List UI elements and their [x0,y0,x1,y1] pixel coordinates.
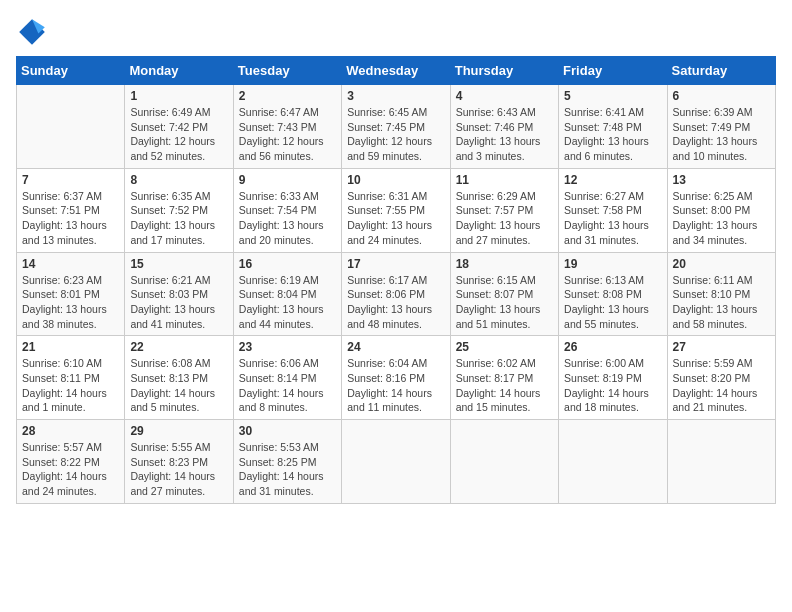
cell-line: Sunrise: 6:27 AM [564,189,661,204]
cell-line: Daylight: 14 hours [130,386,227,401]
cell-line: and 13 minutes. [22,233,119,248]
cell-line: Sunrise: 6:21 AM [130,273,227,288]
cell-line: Sunrise: 6:04 AM [347,356,444,371]
cell-line: Daylight: 13 hours [564,218,661,233]
header-day-friday: Friday [559,57,667,85]
day-number: 11 [456,173,553,187]
day-number: 10 [347,173,444,187]
cell-line: Sunset: 8:07 PM [456,287,553,302]
cell-line: Sunrise: 6:23 AM [22,273,119,288]
day-number: 8 [130,173,227,187]
day-number: 15 [130,257,227,271]
cell-line: Sunrise: 5:55 AM [130,440,227,455]
cell-line: Sunrise: 6:02 AM [456,356,553,371]
cell-line: Sunset: 7:46 PM [456,120,553,135]
cell-line: Sunrise: 6:15 AM [456,273,553,288]
cell-line: Sunrise: 6:31 AM [347,189,444,204]
cell-line: Sunrise: 6:17 AM [347,273,444,288]
week-row-1: 1Sunrise: 6:49 AMSunset: 7:42 PMDaylight… [17,85,776,169]
cell-line: Sunrise: 6:47 AM [239,105,336,120]
calendar-cell: 16Sunrise: 6:19 AMSunset: 8:04 PMDayligh… [233,252,341,336]
day-number: 3 [347,89,444,103]
cell-line: Sunrise: 6:11 AM [673,273,770,288]
calendar-cell: 11Sunrise: 6:29 AMSunset: 7:57 PMDayligh… [450,168,558,252]
cell-line: Daylight: 14 hours [239,386,336,401]
calendar-cell [559,420,667,504]
calendar-table: SundayMondayTuesdayWednesdayThursdayFrid… [16,56,776,504]
calendar-cell: 3Sunrise: 6:45 AMSunset: 7:45 PMDaylight… [342,85,450,169]
cell-line: Sunrise: 6:10 AM [22,356,119,371]
calendar-cell: 4Sunrise: 6:43 AMSunset: 7:46 PMDaylight… [450,85,558,169]
week-row-4: 21Sunrise: 6:10 AMSunset: 8:11 PMDayligh… [17,336,776,420]
cell-line: Daylight: 13 hours [22,218,119,233]
cell-line: Daylight: 14 hours [239,469,336,484]
cell-line: Sunset: 7:58 PM [564,203,661,218]
cell-line: Sunrise: 6:37 AM [22,189,119,204]
cell-line: Sunrise: 6:45 AM [347,105,444,120]
cell-line: Daylight: 14 hours [22,386,119,401]
calendar-cell: 17Sunrise: 6:17 AMSunset: 8:06 PMDayligh… [342,252,450,336]
day-number: 14 [22,257,119,271]
cell-line: and 58 minutes. [673,317,770,332]
week-row-3: 14Sunrise: 6:23 AMSunset: 8:01 PMDayligh… [17,252,776,336]
cell-line: Daylight: 13 hours [347,218,444,233]
day-number: 2 [239,89,336,103]
calendar-cell [342,420,450,504]
cell-line: Sunset: 8:25 PM [239,455,336,470]
calendar-cell: 25Sunrise: 6:02 AMSunset: 8:17 PMDayligh… [450,336,558,420]
cell-line: Daylight: 13 hours [239,302,336,317]
cell-line: Daylight: 14 hours [456,386,553,401]
cell-line: and 51 minutes. [456,317,553,332]
logo-icon [16,16,48,48]
cell-line: Daylight: 14 hours [347,386,444,401]
cell-line: and 44 minutes. [239,317,336,332]
cell-line: and 48 minutes. [347,317,444,332]
calendar-cell: 15Sunrise: 6:21 AMSunset: 8:03 PMDayligh… [125,252,233,336]
day-number: 22 [130,340,227,354]
calendar-cell [667,420,775,504]
calendar-cell: 19Sunrise: 6:13 AMSunset: 8:08 PMDayligh… [559,252,667,336]
cell-line: Sunset: 7:55 PM [347,203,444,218]
cell-line: and 31 minutes. [239,484,336,499]
cell-line: and 11 minutes. [347,400,444,415]
week-row-5: 28Sunrise: 5:57 AMSunset: 8:22 PMDayligh… [17,420,776,504]
cell-line: Daylight: 13 hours [456,218,553,233]
cell-line: and 17 minutes. [130,233,227,248]
cell-line: and 6 minutes. [564,149,661,164]
calendar-cell: 30Sunrise: 5:53 AMSunset: 8:25 PMDayligh… [233,420,341,504]
day-number: 16 [239,257,336,271]
cell-line: Sunset: 8:04 PM [239,287,336,302]
cell-line: Sunrise: 6:00 AM [564,356,661,371]
calendar-cell: 23Sunrise: 6:06 AMSunset: 8:14 PMDayligh… [233,336,341,420]
day-number: 12 [564,173,661,187]
day-number: 20 [673,257,770,271]
cell-line: and 15 minutes. [456,400,553,415]
cell-line: Sunset: 7:42 PM [130,120,227,135]
day-number: 13 [673,173,770,187]
cell-line: Sunrise: 6:25 AM [673,189,770,204]
calendar-cell: 20Sunrise: 6:11 AMSunset: 8:10 PMDayligh… [667,252,775,336]
day-number: 1 [130,89,227,103]
calendar-cell: 28Sunrise: 5:57 AMSunset: 8:22 PMDayligh… [17,420,125,504]
cell-line: Daylight: 13 hours [456,134,553,149]
cell-line: and 3 minutes. [456,149,553,164]
cell-line: and 52 minutes. [130,149,227,164]
cell-line: Daylight: 13 hours [673,134,770,149]
cell-line: Sunrise: 6:19 AM [239,273,336,288]
calendar-cell: 14Sunrise: 6:23 AMSunset: 8:01 PMDayligh… [17,252,125,336]
calendar-cell: 18Sunrise: 6:15 AMSunset: 8:07 PMDayligh… [450,252,558,336]
cell-line: Sunset: 7:49 PM [673,120,770,135]
cell-line: Sunset: 7:45 PM [347,120,444,135]
cell-line: Sunset: 8:08 PM [564,287,661,302]
header-day-saturday: Saturday [667,57,775,85]
cell-line: Daylight: 13 hours [564,134,661,149]
day-number: 5 [564,89,661,103]
cell-line: and 55 minutes. [564,317,661,332]
cell-line: Sunset: 8:23 PM [130,455,227,470]
calendar-cell: 26Sunrise: 6:00 AMSunset: 8:19 PMDayligh… [559,336,667,420]
cell-line: Sunset: 8:00 PM [673,203,770,218]
cell-line: and 24 minutes. [22,484,119,499]
cell-line: and 59 minutes. [347,149,444,164]
cell-line: Sunset: 7:52 PM [130,203,227,218]
cell-line: Daylight: 14 hours [22,469,119,484]
